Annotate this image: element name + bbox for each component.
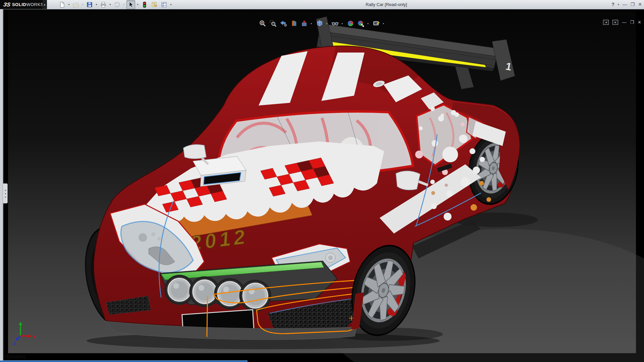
select-cursor-icon: [127, 1, 134, 8]
apply-scene-dropdown[interactable]: ▾: [367, 22, 370, 25]
minimize-button[interactable]: —: [623, 0, 627, 9]
save-button[interactable]: [85, 0, 94, 9]
save-dropdown[interactable]: ▾: [95, 3, 98, 6]
view-orientation-label: *Dimetric: [5, 354, 26, 359]
view-settings-icon: [373, 20, 380, 27]
solidworks-logo: ЗS SOLIDWORKS: [0, 0, 43, 9]
hood-scoop[interactable]: [193, 157, 246, 187]
collapse-right-pane-button[interactable]: ▸: [612, 20, 618, 25]
headsup-view-toolbar: ▾ ▾ ▾ ▾ ▾: [259, 19, 385, 27]
menu-expand-arrow[interactable]: ▸: [43, 0, 47, 9]
bottom-window-edge: [0, 360, 248, 362]
save-icon: [86, 1, 93, 8]
previous-view-icon: [280, 20, 287, 27]
edit-appearance-button[interactable]: [346, 19, 355, 27]
title-bar: ЗS SOLIDWORKS ▸ ▾ ▾ ▾ ▾ ▾ ▾ ▾ Rally: [0, 0, 644, 9]
new-document-button[interactable]: [58, 0, 66, 9]
undo-button[interactable]: [113, 0, 121, 9]
select-tool-dropdown[interactable]: ▾: [136, 3, 139, 6]
close-button[interactable]: ✕: [638, 0, 642, 9]
zoom-to-fit-icon: [259, 20, 266, 27]
file-properties-button[interactable]: [150, 0, 159, 9]
hide-show-items-icon: [331, 20, 339, 27]
undo-dropdown: ▾: [122, 3, 125, 6]
restore-button[interactable]: ❐: [631, 0, 635, 9]
display-style-button[interactable]: [316, 19, 324, 27]
view-settings-button[interactable]: [372, 19, 380, 27]
open-document-dropdown: ▾: [81, 3, 84, 6]
rebuild-button[interactable]: [140, 0, 149, 9]
zoom-to-area-icon: [269, 20, 277, 27]
section-view-button[interactable]: [290, 19, 298, 27]
triad-x-label: X: [33, 334, 36, 339]
apply-scene-icon: [357, 20, 365, 27]
new-document-dropdown[interactable]: ▾: [67, 3, 70, 6]
undo-icon: [114, 1, 120, 8]
featuremanager-expand-tab[interactable]: ◂ ◂ ◂: [3, 183, 8, 203]
help-dropdown[interactable]: ▾: [618, 0, 619, 9]
select-tool-button[interactable]: [126, 0, 135, 9]
view-settings-dropdown[interactable]: ▾: [383, 22, 385, 25]
new-document-icon: [59, 1, 65, 8]
zoom-to-area-button[interactable]: [269, 19, 277, 27]
triad-z-label: Z: [13, 341, 16, 346]
view-orientation-button[interactable]: [300, 19, 308, 27]
print-icon: [100, 1, 107, 8]
options-dropdown[interactable]: ▾: [169, 3, 172, 6]
zoom-to-fit-button[interactable]: [259, 19, 267, 27]
doc-restore-button[interactable]: ❐: [630, 20, 634, 25]
collapse-left-pane-button[interactable]: ◂: [603, 20, 609, 25]
hide-show-items-dropdown[interactable]: ▾: [341, 22, 344, 25]
open-document-icon: [72, 1, 79, 8]
open-document-button[interactable]: [71, 0, 80, 9]
file-properties-icon: [151, 1, 158, 8]
hide-show-items-button[interactable]: [331, 19, 339, 27]
display-style-icon: [316, 20, 323, 27]
rebuild-stoplight-icon: [141, 1, 148, 8]
apply-scene-button[interactable]: [357, 19, 365, 27]
solidworks-logo-glyph: ЗS: [3, 2, 11, 8]
doc-minimize-button[interactable]: —: [622, 20, 626, 25]
options-icon: [161, 1, 167, 8]
graphics-viewport[interactable]: 1 2012: [0, 9, 644, 362]
display-style-dropdown[interactable]: ▾: [326, 22, 329, 25]
doc-close-button[interactable]: ✕: [638, 20, 641, 25]
view-orientation-icon: [301, 20, 308, 27]
print-button[interactable]: [99, 0, 108, 9]
model-canvas[interactable]: 1 2012: [0, 9, 644, 362]
previous-view-button[interactable]: [279, 19, 287, 27]
section-view-icon: [290, 20, 298, 27]
help-button[interactable]: ?: [611, 0, 614, 9]
window-title: Rally Car [Read-only]: [366, 2, 407, 7]
options-button[interactable]: [160, 0, 168, 9]
solidworks-logo-light: WORKS: [26, 2, 44, 7]
view-orientation-dropdown[interactable]: ▾: [311, 22, 313, 25]
document-window-controls: ◂ ▸ — ❐ ✕: [603, 20, 641, 25]
solidworks-logo-bold: SOLID: [12, 2, 26, 7]
print-dropdown[interactable]: ▾: [109, 3, 112, 6]
edit-appearance-icon: [347, 20, 354, 27]
